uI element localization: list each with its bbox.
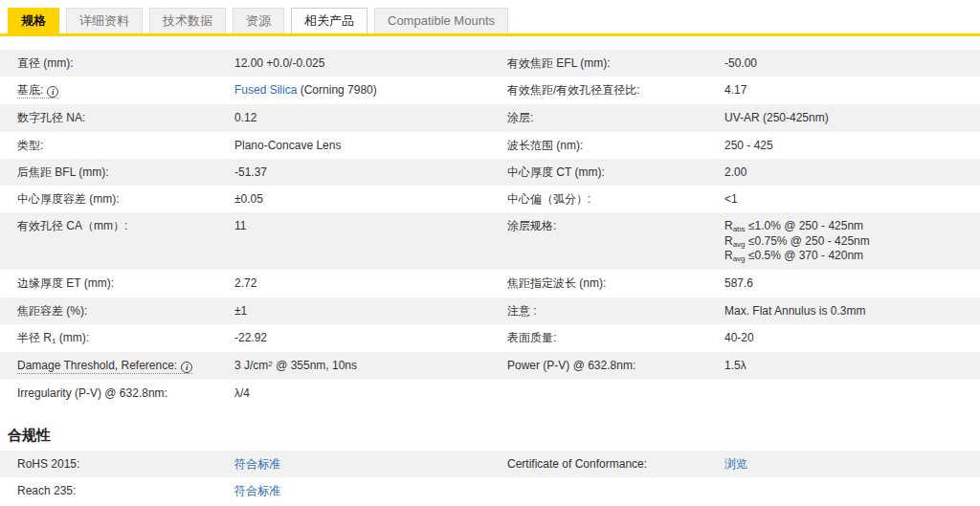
tab-label: Compatible Mounts bbox=[388, 13, 495, 28]
spec-cell-left: 基底:i Fused Silica (Corning 7980) bbox=[0, 77, 490, 104]
spec-label: 中心厚度 CT (mm): bbox=[490, 165, 724, 179]
value-link[interactable]: Fused Silica bbox=[234, 83, 297, 97]
table-row: 数字孔径 NA: 0.12 涂层: UV-AR (250-425nm) bbox=[0, 104, 980, 131]
spec-value: 250 - 425 bbox=[724, 139, 980, 152]
spec-value: Fused Silica (Corning 7980) bbox=[234, 83, 490, 97]
specifications-table: 直径 (mm): 12.00 +0.0/-0.025 有效焦距 EFL (mm)… bbox=[0, 50, 980, 407]
table-row: 焦距容差 (%): ±1 注意 : Max. Flat Annulus is 0… bbox=[0, 297, 980, 324]
spec-label: Reach 235: bbox=[0, 484, 234, 497]
spec-cell-right: 中心厚度 CT (mm): 2.00 bbox=[490, 159, 980, 186]
spec-label: 有效焦距/有效孔径直径比: bbox=[490, 83, 724, 97]
tab-详细资料[interactable]: 详细资料 bbox=[66, 8, 143, 33]
spec-value: 12.00 +0.0/-0.025 bbox=[234, 56, 490, 70]
spec-cell-right: 注意 : Max. Flat Annulus is 0.3mm bbox=[490, 297, 980, 324]
value-suffix: (Corning 7980) bbox=[297, 83, 376, 97]
spec-value: 符合标准 bbox=[234, 457, 490, 471]
tab-Compatible Mounts[interactable]: Compatible Mounts bbox=[374, 8, 508, 33]
spec-label: Power (P-V) @ 632.8nm: bbox=[490, 359, 724, 372]
spec-value: Rabs ≤1.0% @ 250 - 425nmRavg ≤0.75% @ 25… bbox=[724, 219, 980, 263]
spec-cell-right: 中心偏（弧分）: <1 bbox=[490, 186, 980, 212]
spec-cell-left: 数字孔径 NA: 0.12 bbox=[0, 104, 490, 131]
spec-value: λ/4 bbox=[234, 386, 490, 400]
table-row: 中心厚度容差 (mm): ±0.05 中心偏（弧分）: <1 bbox=[0, 186, 980, 212]
spec-cell-right: 波长范围 (nm): 250 - 425 bbox=[490, 132, 980, 159]
compliance-heading: 合规性 bbox=[8, 427, 980, 445]
spec-label: 焦距指定波长 (nm): bbox=[490, 276, 724, 290]
spec-cell-right: 表面质量: 40-20 bbox=[490, 324, 980, 352]
spec-cell-left: 类型: Plano-Concave Lens bbox=[0, 132, 490, 159]
table-row: 边缘厚度 ET (mm): 2.72 焦距指定波长 (nm): 587.6 bbox=[0, 270, 980, 297]
spec-value: ±0.05 bbox=[234, 192, 490, 206]
spec-cell-left: 中心厚度容差 (mm): ±0.05 bbox=[0, 186, 490, 212]
spec-label: 数字孔径 NA: bbox=[0, 111, 234, 124]
tab-label: 资源 bbox=[246, 13, 271, 28]
spec-cell-left: 边缘厚度 ET (mm): 2.72 bbox=[0, 270, 490, 297]
table-row: Irregularity (P-V) @ 632.8nm: λ/4 bbox=[0, 380, 980, 407]
spec-label: 焦距容差 (%): bbox=[0, 304, 234, 318]
spec-cell-left: RoHS 2015: 符合标准 bbox=[0, 451, 490, 477]
value-link[interactable]: 符合标准 bbox=[234, 457, 280, 471]
tab-相关产品[interactable]: 相关产品 bbox=[291, 8, 368, 33]
spec-label: Damage Threshold, Reference:i bbox=[0, 359, 234, 373]
spec-cell-right: 涂层: UV-AR (250-425nm) bbox=[490, 104, 980, 131]
spec-value: 符合标准 bbox=[234, 484, 490, 497]
spec-value: Plano-Concave Lens bbox=[234, 139, 490, 152]
table-row: 后焦距 BFL (mm): -51.37 中心厚度 CT (mm): 2.00 bbox=[0, 159, 980, 186]
spec-cell-left: Irregularity (P-V) @ 632.8nm: λ/4 bbox=[0, 380, 490, 407]
spec-label: 波长范围 (nm): bbox=[490, 139, 724, 152]
table-row: 类型: Plano-Concave Lens 波长范围 (nm): 250 - … bbox=[0, 132, 980, 159]
tab-bar: 规格 详细资料 技术数据 资源 相关产品 Compatible Mounts bbox=[0, 0, 980, 36]
info-icon[interactable]: i bbox=[47, 86, 58, 98]
spec-value: 587.6 bbox=[724, 276, 980, 290]
spec-cell-left: 有效孔径 CA（mm）: 11 bbox=[0, 212, 490, 270]
spec-value: UV-AR (250-425nm) bbox=[724, 111, 980, 124]
spec-value: Max. Flat Annulus is 0.3mm bbox=[724, 304, 980, 318]
table-row: 直径 (mm): 12.00 +0.0/-0.025 有效焦距 EFL (mm)… bbox=[0, 50, 980, 77]
spec-value: 2.72 bbox=[234, 276, 490, 290]
spec-cell-right: 焦距指定波长 (nm): 587.6 bbox=[490, 270, 980, 297]
spec-label: 直径 (mm): bbox=[0, 56, 234, 70]
spec-value: -51.37 bbox=[234, 165, 490, 179]
spec-cell-left: 后焦距 BFL (mm): -51.37 bbox=[0, 159, 490, 186]
value-link[interactable]: 符合标准 bbox=[234, 484, 280, 497]
spec-label: 类型: bbox=[0, 139, 234, 152]
spec-value: 4.17 bbox=[724, 83, 980, 97]
spec-label: 基底:i bbox=[0, 83, 234, 98]
spec-label: 半径 R1 (mm): bbox=[0, 331, 234, 345]
spec-value: 2.00 bbox=[724, 165, 980, 179]
spec-label: 涂层: bbox=[490, 111, 724, 124]
tab-技术数据[interactable]: 技术数据 bbox=[149, 8, 226, 33]
spec-cell-left: 焦距容差 (%): ±1 bbox=[0, 297, 490, 324]
value-link[interactable]: 浏览 bbox=[724, 457, 747, 471]
tab-资源[interactable]: 资源 bbox=[233, 8, 284, 33]
spec-cell-right: 有效焦距 EFL (mm): -50.00 bbox=[490, 50, 980, 77]
table-row: 有效孔径 CA（mm）: 11 涂层规格: Rabs ≤1.0% @ 250 -… bbox=[0, 212, 980, 270]
spec-cell-right: Power (P-V) @ 632.8nm: 1.5λ bbox=[490, 352, 980, 380]
table-row: Reach 235: 符合标准 bbox=[0, 477, 980, 504]
spec-value: 3 J/cm2 @ 355nm, 10ns bbox=[234, 359, 490, 372]
tab-label: 相关产品 bbox=[304, 13, 354, 28]
table-row: RoHS 2015: 符合标准 Certificate of Conforman… bbox=[0, 451, 980, 477]
spec-value: 浏览 bbox=[724, 457, 980, 471]
table-row: 半径 R1 (mm): -22.92 表面质量: 40-20 bbox=[0, 324, 980, 352]
info-icon[interactable]: i bbox=[181, 362, 192, 373]
spec-value: ±1 bbox=[234, 304, 490, 318]
tab-规格[interactable]: 规格 bbox=[8, 8, 59, 33]
spec-cell-right: Certificate of Conformance: 浏览 bbox=[490, 451, 980, 477]
spec-label: 表面质量: bbox=[490, 331, 724, 344]
spec-value: 40-20 bbox=[724, 331, 980, 344]
spec-label: 注意 : bbox=[490, 304, 724, 318]
spec-value: -50.00 bbox=[724, 56, 980, 70]
spec-value: <1 bbox=[724, 192, 980, 206]
table-row: Damage Threshold, Reference:i 3 J/cm2 @ … bbox=[0, 352, 980, 380]
compliance-table: RoHS 2015: 符合标准 Certificate of Conforman… bbox=[0, 451, 980, 504]
tab-label: 规格 bbox=[21, 13, 46, 28]
spec-label: RoHS 2015: bbox=[0, 457, 234, 471]
spec-label: 后焦距 BFL (mm): bbox=[0, 165, 234, 179]
tab-label: 技术数据 bbox=[163, 13, 212, 28]
spec-value: 0.12 bbox=[234, 111, 490, 124]
spec-value: 11 bbox=[234, 219, 490, 232]
tab-label: 详细资料 bbox=[79, 13, 129, 28]
spec-cell-right bbox=[490, 477, 980, 504]
spec-label: 边缘厚度 ET (mm): bbox=[0, 276, 234, 290]
